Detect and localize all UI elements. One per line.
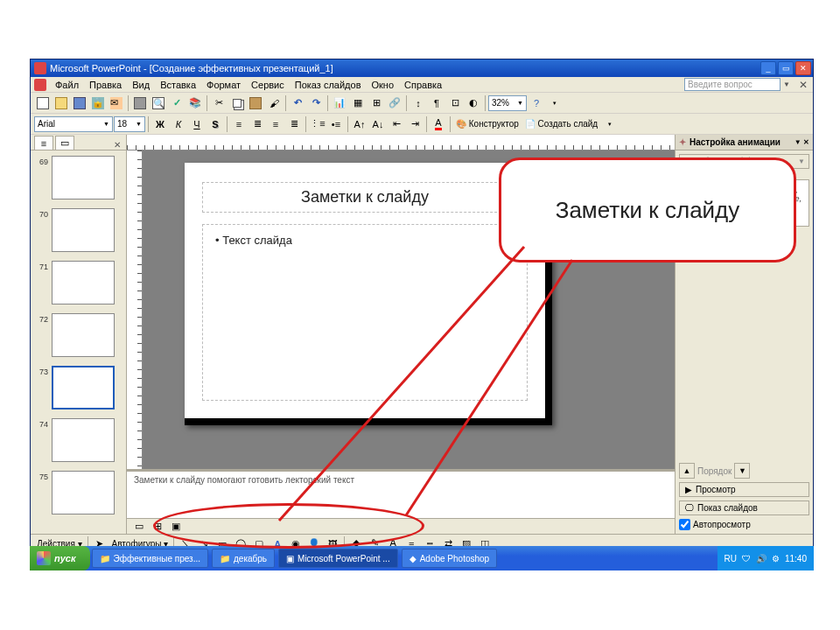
folder-icon: 📁: [100, 554, 110, 564]
slide-thumbnail[interactable]: [52, 313, 115, 357]
shadow-button[interactable]: S: [206, 116, 224, 133]
slide-title-placeholder[interactable]: Заметки к слайду: [202, 182, 528, 213]
reorder-down-button[interactable]: ▼: [734, 463, 750, 479]
slide-body-placeholder[interactable]: Текст слайда: [202, 224, 528, 401]
toolbar-options-button[interactable]: ▾: [546, 94, 564, 112]
sorter-view-button[interactable]: ⊞: [149, 518, 166, 535]
menu-help[interactable]: Справка: [399, 79, 447, 91]
permissions-button[interactable]: 🔒: [89, 94, 107, 112]
research-button[interactable]: 📚: [186, 94, 204, 112]
format-painter-button[interactable]: 🖌: [265, 94, 283, 112]
autopreview-checkbox[interactable]: Автопросмотр: [679, 519, 809, 530]
vertical-ruler[interactable]: [127, 150, 143, 469]
thumbnail-list[interactable]: 69 70 71 72 73 74 75: [31, 150, 126, 534]
undo-button[interactable]: ↶: [289, 94, 306, 112]
redo-button[interactable]: ↷: [307, 94, 325, 112]
align-right-button[interactable]: ≡: [267, 116, 284, 133]
slide-thumbnail-selected[interactable]: [52, 366, 115, 410]
color-grayscale-button[interactable]: ◐: [465, 94, 482, 112]
toolbar-options-button-2[interactable]: ▾: [601, 116, 619, 133]
horizontal-ruler[interactable]: [127, 135, 675, 150]
order-label: Порядок: [697, 466, 732, 476]
system-tray[interactable]: RU 🛡 🔊 ⚙ 11:40: [718, 546, 814, 570]
font-name-select[interactable]: Arial▼: [34, 116, 113, 132]
reorder-up-button[interactable]: ▲: [679, 463, 695, 479]
menu-file[interactable]: Файл: [50, 79, 84, 91]
panel-close-button[interactable]: ✕: [112, 140, 122, 150]
email-button[interactable]: ✉: [108, 94, 125, 112]
print-preview-button[interactable]: 🔍: [150, 94, 167, 112]
spellcheck-button[interactable]: ✓: [168, 94, 186, 112]
help-button[interactable]: ?: [528, 94, 545, 112]
language-bar[interactable]: RU: [724, 554, 737, 564]
font-color-button[interactable]: A: [430, 116, 447, 133]
show-grid-button[interactable]: ⊡: [446, 94, 464, 112]
tray-icon[interactable]: ⚙: [772, 554, 780, 564]
show-formatting-button[interactable]: ¶: [428, 94, 445, 112]
task-pane-header[interactable]: ✦ Настройка анимации ▼ ✕: [676, 135, 813, 150]
designer-button[interactable]: 🎨 Конструктор: [453, 119, 522, 129]
menu-format[interactable]: Формат: [201, 79, 246, 91]
increase-indent-button[interactable]: ⇥: [406, 116, 424, 133]
slideshow-view-button[interactable]: ▣: [167, 518, 185, 535]
cut-button[interactable]: ✂: [210, 94, 228, 112]
align-left-button[interactable]: ≡: [230, 116, 248, 133]
slideshow-button[interactable]: 🖵 Показ слайдов: [679, 500, 809, 515]
slide-thumbnail[interactable]: [52, 156, 115, 200]
zoom-select[interactable]: 32%▼: [488, 95, 527, 111]
notes-pane[interactable]: Заметки к слайду помогают готовить лекто…: [127, 469, 675, 518]
taskbar-item[interactable]: 📁декабрь: [212, 549, 275, 568]
distributed-button[interactable]: ≣: [285, 116, 303, 133]
menu-tools[interactable]: Сервис: [246, 79, 290, 91]
clock[interactable]: 11:40: [785, 554, 807, 564]
slides-tab[interactable]: ▭: [55, 136, 74, 150]
slide-canvas[interactable]: Заметки к слайду Текст слайда: [185, 163, 552, 425]
menu-slideshow[interactable]: Показ слайдов: [290, 79, 367, 91]
taskbar-item[interactable]: ◆Adobe Photoshop: [402, 549, 498, 568]
menu-insert[interactable]: Вставка: [155, 79, 201, 91]
font-size-select[interactable]: 18▼: [114, 116, 145, 132]
slide-thumbnail[interactable]: [52, 261, 115, 304]
bullets-button[interactable]: •≡: [327, 116, 345, 133]
menu-view[interactable]: Вид: [127, 79, 155, 91]
slide-panel: ≡ ▭ ✕ 69 70 71 72 73 74 75: [31, 135, 127, 534]
copy-button[interactable]: [228, 94, 246, 112]
bold-button[interactable]: Ж: [151, 116, 169, 133]
close-button[interactable]: ✕: [795, 61, 811, 75]
taskbar-item[interactable]: 📁Эффективные през...: [92, 549, 208, 568]
slide-thumbnail[interactable]: [52, 208, 115, 252]
new-slide-button[interactable]: 📄 Создать слайд: [522, 119, 600, 129]
insert-table-button[interactable]: ▦: [349, 94, 367, 112]
open-button[interactable]: [52, 94, 70, 112]
help-search-box[interactable]: Введите вопрос: [684, 78, 780, 91]
increase-font-button[interactable]: A↑: [351, 116, 368, 133]
align-center-button[interactable]: ≣: [248, 116, 266, 133]
maximize-button[interactable]: ▭: [778, 61, 794, 75]
tray-icon[interactable]: 🛡: [742, 554, 751, 564]
tray-icon[interactable]: 🔊: [756, 554, 766, 564]
expand-all-button[interactable]: ↕: [410, 94, 427, 112]
insert-hyperlink-button[interactable]: 🔗: [386, 94, 403, 112]
tables-borders-button[interactable]: ⊞: [368, 94, 385, 112]
save-button[interactable]: [71, 94, 88, 112]
print-button[interactable]: [131, 94, 149, 112]
minimize-button[interactable]: _: [760, 61, 776, 75]
menu-edit[interactable]: Правка: [84, 79, 127, 91]
underline-button[interactable]: Ч: [188, 116, 206, 133]
paste-button[interactable]: [247, 94, 264, 112]
outline-tab[interactable]: ≡: [34, 136, 53, 150]
new-button[interactable]: [34, 94, 52, 112]
normal-view-button[interactable]: ▭: [130, 518, 148, 535]
document-close-button[interactable]: ✕: [799, 79, 808, 91]
italic-button[interactable]: К: [170, 116, 187, 133]
decrease-font-button[interactable]: A↓: [369, 116, 387, 133]
taskbar-item-active[interactable]: ▣Microsoft PowerPoint ...: [278, 549, 398, 568]
preview-button[interactable]: ▶ Просмотр: [679, 482, 809, 497]
decrease-indent-button[interactable]: ⇤: [388, 116, 405, 133]
slide-thumbnail[interactable]: [52, 418, 115, 462]
menu-window[interactable]: Окно: [367, 79, 400, 91]
numbering-button[interactable]: ⋮≡: [309, 116, 326, 133]
slide-thumbnail[interactable]: [52, 471, 115, 514]
start-button[interactable]: пуск: [30, 546, 90, 570]
insert-chart-button[interactable]: 📊: [331, 94, 348, 112]
